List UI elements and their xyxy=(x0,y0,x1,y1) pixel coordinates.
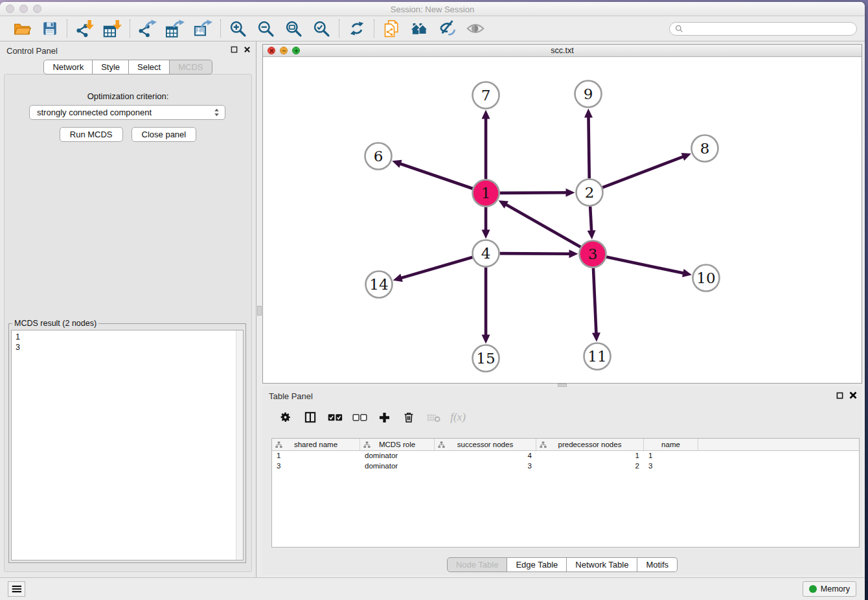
first-neighbors-icon xyxy=(410,19,429,38)
criterion-dropdown[interactable]: strongly connected component xyxy=(29,105,225,120)
graph-node-6[interactable]: 6 xyxy=(365,143,392,170)
tab-select[interactable]: Select xyxy=(129,60,170,75)
graph-edge-1-2[interactable] xyxy=(499,192,567,193)
mcds-result-text[interactable]: 1 3 xyxy=(11,330,244,560)
create-column-button[interactable] xyxy=(375,408,393,427)
graph-node-label: 11 xyxy=(588,348,606,365)
table-toolbar: f(x) xyxy=(271,405,858,430)
table-cell[interactable]: dominator xyxy=(360,451,435,461)
close-panel-button[interactable]: Close panel xyxy=(131,127,197,142)
tab-style[interactable]: Style xyxy=(93,60,129,75)
mcds-result-title: MCDS result (2 nodes) xyxy=(12,319,98,328)
table-cell[interactable]: 1 xyxy=(272,451,360,461)
select-all-rows-button[interactable] xyxy=(326,408,344,427)
run-mcds-button[interactable]: Run MCDS xyxy=(60,127,123,142)
tab-network[interactable]: Network xyxy=(43,60,93,75)
column-header-shared-name[interactable]: shared name xyxy=(272,439,360,450)
table-cell[interactable]: dominator xyxy=(360,461,435,472)
table-cell[interactable]: 3 xyxy=(644,461,698,472)
graph-node-7[interactable]: 7 xyxy=(473,82,499,109)
tab-edge-table[interactable]: Edge Table xyxy=(507,557,567,572)
graph-node-8[interactable]: 8 xyxy=(692,135,718,162)
table-cell[interactable]: 3 xyxy=(435,461,536,472)
graph-node-2[interactable]: 2 xyxy=(577,179,603,206)
apply-layout-button[interactable] xyxy=(343,17,371,40)
zoom-out-button[interactable] xyxy=(252,17,280,40)
close-panel-icon[interactable] xyxy=(244,46,251,53)
float-panel-icon[interactable] xyxy=(231,46,238,53)
float-table-panel-icon[interactable] xyxy=(836,392,843,399)
table-row[interactable]: 1dominator411 xyxy=(272,451,859,461)
table-settings-button[interactable] xyxy=(277,408,295,427)
save-session-icon xyxy=(41,20,58,37)
table-panel-title: Table Panel xyxy=(269,391,313,401)
table-cell[interactable]: 3 xyxy=(272,461,360,472)
tab-node-table[interactable]: Node Table xyxy=(447,557,508,572)
tab-network-table[interactable]: Network Table xyxy=(567,557,637,572)
column-type-icon xyxy=(363,441,371,450)
memory-button[interactable]: Memory xyxy=(803,581,856,597)
new-network-from-selection-button[interactable] xyxy=(378,17,405,40)
graph-edge-3-1[interactable] xyxy=(505,204,580,247)
column-header-successor-nodes[interactable]: successor nodes xyxy=(435,439,536,450)
graph-edge-2-8[interactable] xyxy=(602,156,684,187)
table-cell[interactable]: 1 xyxy=(644,451,698,461)
table-row[interactable]: 3dominator323 xyxy=(272,461,859,472)
save-session-button[interactable] xyxy=(36,17,63,40)
result-scrollbar[interactable] xyxy=(236,330,243,560)
graph-edge-4-14[interactable] xyxy=(400,257,472,278)
zoom-fit-button[interactable] xyxy=(280,17,308,40)
delete-column-button[interactable] xyxy=(400,408,418,427)
import-table-button[interactable] xyxy=(98,17,126,40)
graph-edge-arrowhead xyxy=(584,108,593,117)
graph-node-10[interactable]: 10 xyxy=(693,265,720,292)
export-table-button[interactable] xyxy=(161,17,189,40)
table-cell[interactable]: 2 xyxy=(536,461,644,472)
column-type-icon xyxy=(275,441,282,450)
close-table-panel-icon[interactable] xyxy=(849,391,857,399)
toggle-columns-button[interactable] xyxy=(301,408,319,427)
task-history-button[interactable] xyxy=(8,581,25,597)
graph-node-11[interactable]: 11 xyxy=(584,343,611,370)
graph-edge-arrowhead xyxy=(565,189,575,197)
control-panel-title: Control Panel xyxy=(6,46,58,56)
export-image-button[interactable] xyxy=(189,17,217,40)
graph-node-4[interactable]: 4 xyxy=(473,240,499,267)
show-graphics-details-button[interactable] xyxy=(461,17,489,40)
graph-edge-3-10[interactable] xyxy=(606,257,684,273)
graph-node-label: 7 xyxy=(481,87,491,104)
zoom-selected-button[interactable] xyxy=(308,17,336,40)
hide-selected-button[interactable] xyxy=(433,17,461,40)
column-header-mcds-role[interactable]: MCDS role xyxy=(360,439,435,450)
tab-motifs[interactable]: Motifs xyxy=(637,557,678,572)
graph-node-14[interactable]: 14 xyxy=(366,271,393,298)
graph-edge-2-3[interactable] xyxy=(590,206,591,231)
graph-node-9[interactable]: 9 xyxy=(575,81,602,108)
column-header-name[interactable]: name xyxy=(644,439,698,450)
table-cell[interactable]: 1 xyxy=(536,451,644,461)
main-toolbar xyxy=(0,16,865,41)
graph-node-3[interactable]: 3 xyxy=(580,241,606,268)
search-input[interactable] xyxy=(687,24,851,33)
deselect-all-rows-button[interactable] xyxy=(350,408,369,427)
graph-edge-4-3[interactable] xyxy=(499,253,570,254)
zoom-in-button[interactable] xyxy=(224,17,252,40)
vertical-splitter-handle[interactable] xyxy=(257,306,262,316)
first-neighbors-button[interactable] xyxy=(405,17,433,40)
table-cell[interactable]: 4 xyxy=(435,451,536,461)
search-box[interactable] xyxy=(669,22,857,36)
graph-edge-3-11[interactable] xyxy=(593,268,597,334)
open-session-button[interactable] xyxy=(8,17,36,40)
column-header-predecessor-nodes[interactable]: predecessor nodes xyxy=(536,439,644,450)
graph-edge-2-9[interactable] xyxy=(588,116,589,178)
network-graph-canvas[interactable]: 7 9 6 8 1 2 4 3 14 10 15 11 xyxy=(263,57,862,383)
show-graphics-details-icon xyxy=(466,19,485,38)
import-network-button[interactable] xyxy=(71,17,98,40)
graph-edge-arrowhead xyxy=(482,230,490,239)
graph-node-15[interactable]: 15 xyxy=(473,345,499,372)
graph-node-1[interactable]: 1 xyxy=(473,180,499,207)
table-panel: Table Panel f(x) shared nameMCDS rolesuc… xyxy=(262,387,862,575)
tab-mcds[interactable]: MCDS xyxy=(170,60,212,75)
export-network-button[interactable] xyxy=(133,17,161,40)
graph-edge-1-6[interactable] xyxy=(400,163,473,189)
